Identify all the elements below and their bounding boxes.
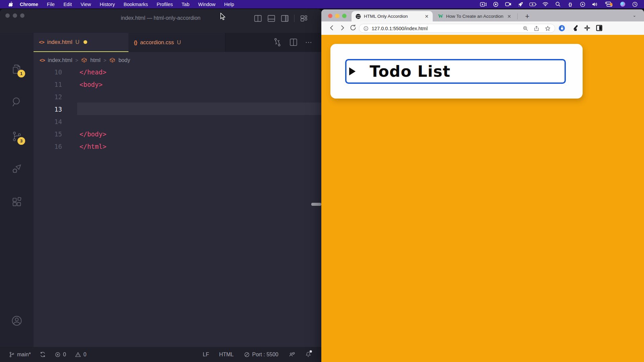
feedback-icon[interactable] (288, 351, 295, 358)
screen-record-icon[interactable] (480, 1, 487, 7)
code-line[interactable]: 16 </html> (34, 140, 321, 153)
minimize-window-button[interactable] (335, 14, 339, 18)
menu-item-tab[interactable]: Tab (177, 2, 194, 7)
customize-layout-icon[interactable] (300, 14, 308, 22)
w3schools-favicon: W (438, 13, 443, 19)
unsaved-dot-icon[interactable] (84, 40, 87, 44)
menu-item-help[interactable]: Help (220, 2, 238, 7)
close-tab-icon[interactable]: ✕ (422, 14, 429, 19)
notifications-bell-icon[interactable] (305, 351, 311, 358)
video-camera-icon[interactable] (504, 1, 512, 7)
breadcrumb-separator: > (75, 57, 78, 63)
siri-icon[interactable] (619, 1, 626, 7)
more-actions-icon[interactable]: ⋯ (305, 38, 313, 46)
explorer-icon[interactable]: 1 (0, 60, 34, 78)
accordion-summary[interactable]: Todo List (345, 59, 566, 84)
breadcrumb-item-html[interactable]: html (90, 57, 100, 63)
site-info-icon[interactable] (363, 26, 369, 31)
address-bar[interactable]: 127.0.0.1:5500/index.html (359, 24, 555, 33)
forward-button[interactable] (339, 24, 346, 32)
eol-indicator[interactable]: LF (203, 352, 209, 358)
line-number[interactable]: 15 (34, 130, 62, 138)
language-mode[interactable]: HTML (219, 352, 234, 358)
rocket-icon[interactable] (517, 1, 524, 7)
code-line[interactable]: 12 (34, 90, 321, 103)
play-circle-icon[interactable] (579, 1, 586, 7)
menu-item-edit[interactable]: Edit (59, 2, 76, 7)
tab-accordion-css[interactable]: {} accordion.css U (128, 33, 225, 52)
split-editor-left-icon[interactable] (254, 14, 262, 22)
vscode-status-bar: main* 0 0 LF HTML Port : (0, 347, 321, 362)
volume-icon[interactable] (591, 1, 599, 7)
zoom-page-icon[interactable] (523, 25, 528, 31)
line-number[interactable]: 12 (34, 93, 62, 101)
account-icon[interactable] (0, 312, 34, 329)
menu-item-profiles[interactable]: Profiles (152, 2, 177, 7)
search-sidebar-icon[interactable] (0, 93, 34, 111)
menu-item-history[interactable]: History (95, 2, 119, 7)
split-editor-down-icon[interactable] (267, 14, 275, 22)
dark-reader-extension-icon[interactable] (596, 24, 603, 32)
open-changes-icon[interactable] (273, 37, 282, 47)
breadcrumb-item-file[interactable]: index.html (48, 57, 72, 63)
wifi-icon[interactable] (542, 1, 549, 7)
extensions-icon[interactable] (0, 193, 34, 210)
notification-dot (610, 3, 612, 6)
split-editor-icon[interactable] (289, 38, 298, 47)
line-number[interactable]: 13 (34, 106, 62, 113)
url-text[interactable]: 127.0.0.1:5500/index.html (372, 26, 523, 31)
back-button[interactable] (328, 24, 335, 32)
share-icon[interactable] (534, 25, 539, 32)
apple-menu-icon[interactable] (5, 2, 15, 7)
run-debug-icon[interactable] (0, 160, 34, 178)
line-number[interactable]: 11 (34, 81, 62, 88)
browser-tab-inactive[interactable]: W How To Create an Accordion ✕ (435, 11, 515, 21)
clock-icon[interactable] (631, 1, 639, 7)
menu-item-file[interactable]: File (43, 2, 59, 7)
menu-item-chrome[interactable]: Chrome (15, 2, 43, 7)
reload-button[interactable] (350, 24, 357, 31)
record-circle-icon[interactable] (492, 1, 499, 7)
pinned-extension-icon[interactable] (584, 24, 591, 32)
browser-tab-active[interactable]: HTML Only Accordion ✕ (352, 11, 433, 21)
code-line[interactable]: 11 <body> (34, 78, 321, 90)
code-text: </head> (79, 68, 106, 76)
close-tab-icon[interactable]: ✕ (504, 14, 511, 19)
live-server-port[interactable]: Port : 5500 (244, 352, 278, 358)
code-editor[interactable]: 10 </head> 11 <body> 12 13 14 15 </body (34, 66, 321, 347)
vscode-title-bar[interactable]: index.html — html-only-accordion (0, 9, 321, 33)
code-line[interactable]: 14 (34, 115, 321, 128)
warnings-status[interactable]: 0 (75, 352, 87, 358)
sync-icon[interactable] (40, 351, 46, 358)
menu-item-window[interactable]: Window (194, 2, 220, 7)
git-branch-status[interactable]: main* (9, 351, 31, 358)
line-number[interactable]: 16 (34, 143, 62, 150)
code-line-current[interactable]: 13 (34, 103, 321, 115)
errors-status[interactable]: 0 (55, 352, 66, 358)
code-line[interactable]: 15 </body> (34, 128, 321, 140)
menu-item-bookmarks[interactable]: Bookmarks (119, 2, 152, 7)
switch-control-icon[interactable] (604, 1, 614, 7)
chrome-window-controls[interactable] (328, 14, 346, 18)
code-line[interactable]: 10 </head> (34, 66, 321, 78)
bookmark-star-icon[interactable] (545, 25, 551, 32)
modified-indicator: U (177, 39, 181, 46)
line-number[interactable]: 14 (34, 118, 62, 125)
search-icon[interactable] (554, 1, 561, 7)
close-window-button[interactable] (328, 14, 332, 18)
battery-icon[interactable] (529, 1, 537, 7)
split-editor-right-icon[interactable] (281, 14, 289, 22)
source-control-icon[interactable]: 3 (0, 128, 34, 145)
breadcrumb-item-body[interactable]: body (118, 57, 130, 63)
menu-item-view[interactable]: View (76, 2, 95, 7)
tab-index-html[interactable]: <> index.html U (34, 33, 128, 52)
color-picker-extension-icon[interactable] (571, 24, 578, 32)
braces-icon[interactable]: {} (567, 1, 574, 7)
new-tab-button[interactable]: + (523, 12, 532, 21)
details-marker-triangle-icon[interactable] (349, 67, 356, 75)
zoom-window-button[interactable] (342, 14, 346, 18)
privacy-extension-icon[interactable] (558, 24, 566, 32)
tab-search-chevron-icon[interactable]: ⌄ (633, 13, 636, 18)
editor-sash-handle[interactable] (311, 203, 321, 206)
line-number[interactable]: 10 (34, 68, 62, 76)
